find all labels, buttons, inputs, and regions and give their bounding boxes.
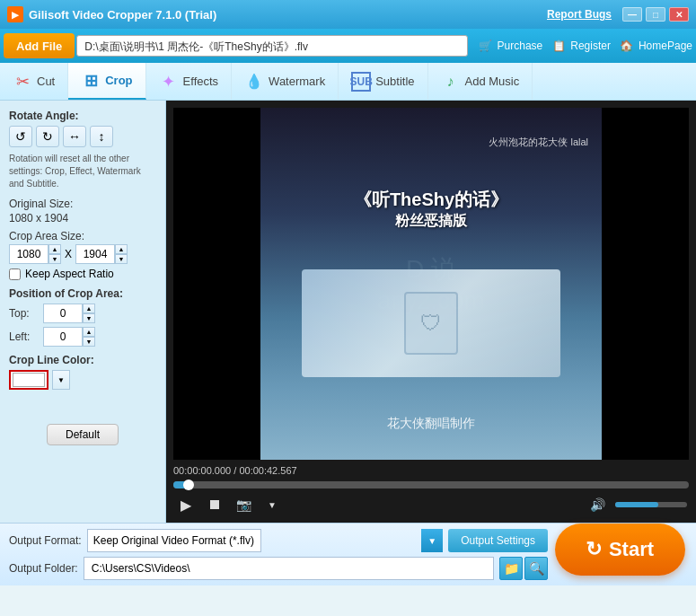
tab-watermark[interactable]: 💧 Watermark [232, 63, 339, 100]
default-button[interactable]: Default [47, 424, 119, 445]
rotate-angle-label: Rotate Angle: [9, 110, 156, 122]
bottom-bar: Output Format: Keep Original Video Forma… [0, 523, 696, 585]
minimize-button[interactable]: — [622, 7, 642, 22]
flip-v-button[interactable]: ↕ [90, 126, 113, 147]
crop-height-up[interactable]: ▲ [115, 244, 128, 254]
original-size-label: Original Size: [9, 198, 156, 210]
crop-area-label: Crop Area Size: [9, 230, 156, 242]
crop-x-label: X [65, 248, 72, 260]
crop-height-arrows: ▲ ▼ [115, 244, 128, 264]
crop-width-up[interactable]: ▲ [48, 244, 61, 254]
position-label: Position of Crop Area: [9, 287, 156, 300]
purchase-action[interactable]: 🛒 Purchase [477, 37, 543, 55]
left-input[interactable]: ▲ ▼ [43, 327, 95, 347]
crop-width-field[interactable] [9, 244, 48, 264]
rotate-buttons: ↺ ↻ ↔ ↕ [9, 126, 156, 147]
register-action[interactable]: 📋 Register [550, 37, 611, 55]
crop-width-down[interactable]: ▼ [48, 254, 61, 264]
top-input[interactable]: ▲ ▼ [43, 304, 95, 323]
crop-size-row: ▲ ▼ X ▲ ▼ [9, 244, 156, 264]
crop-height-field[interactable] [75, 244, 115, 264]
output-folder-row: Output Folder: 📁 🔍 [9, 557, 548, 580]
color-dropdown-button[interactable]: ▼ [52, 370, 70, 390]
mute-button[interactable]: 🔊 [586, 494, 608, 515]
flip-h-button[interactable]: ↔ [63, 126, 86, 147]
report-bugs-link[interactable]: Report Bugs [547, 8, 612, 21]
video-content: 火州泡花的花大侠 lalal 《听TheShy的话》 粉丝恶搞版 D 说anyz… [260, 108, 602, 460]
time-display: 00:00:00.000 / 00:00:42.567 [173, 465, 689, 476]
tab-subtitle-label: Subtitle [375, 75, 414, 88]
add-file-button[interactable]: Add File [4, 33, 75, 58]
tab-addmusic-label: Add Music [465, 75, 520, 88]
watermark-icon: 💧 [244, 72, 264, 92]
video-bottom-text: 花大侠翻唱制作 [387, 416, 475, 432]
tab-crop[interactable]: ⊞ Crop [68, 63, 145, 100]
left-up[interactable]: ▲ [83, 327, 95, 337]
app-icon: ▶ [7, 6, 23, 22]
left-down[interactable]: ▼ [83, 337, 95, 347]
titlebar: ▶ Gilisoft Video Cropper 7.1.0 (Trial) R… [0, 0, 696, 29]
left-arrows: ▲ ▼ [83, 327, 95, 347]
progress-bar[interactable] [173, 481, 689, 488]
select-arrow-icon[interactable]: ▼ [421, 529, 443, 552]
keep-aspect-checkbox[interactable] [9, 268, 21, 280]
volume-slider[interactable] [615, 502, 687, 507]
output-folder-input[interactable] [84, 557, 494, 580]
crop-height-input[interactable]: ▲ ▼ [75, 244, 128, 264]
screenshot-dropdown-button[interactable]: ▼ [261, 494, 283, 515]
color-picker-row: ▼ [9, 370, 156, 390]
browse-folder-button[interactable]: 📁 [499, 557, 523, 580]
maximize-button[interactable]: □ [646, 7, 665, 22]
video-container: 火州泡花的花大侠 lalal 《听TheShy的话》 粉丝恶搞版 D 说anyz… [173, 108, 689, 460]
crop-height-down[interactable]: ▼ [115, 254, 128, 264]
homepage-action[interactable]: 🏠 HomePage [618, 37, 692, 55]
position-section: Position of Crop Area: Top: ▲ ▼ Left: ▲ [9, 287, 156, 347]
color-box[interactable] [9, 370, 48, 390]
color-section: Crop Line Color: ▼ [9, 354, 156, 390]
tab-effects[interactable]: ✦ Effects [146, 63, 233, 100]
left-field[interactable] [43, 327, 83, 347]
rotate-cw-button[interactable]: ↻ [36, 126, 59, 147]
purchase-label: Purchase [498, 40, 543, 52]
search-button[interactable]: 🔍 [524, 557, 548, 580]
crop-width-arrows: ▲ ▼ [48, 244, 61, 264]
tab-crop-label: Crop [105, 74, 132, 87]
top-down[interactable]: ▼ [83, 313, 95, 323]
video-watermark-text: 火州泡花的花大侠 lalal [269, 136, 593, 149]
start-button[interactable]: ↻ Start [555, 524, 685, 576]
toolbar: Add File D:\桌面\说明书\1 周杰伦-《听TheShy的话》.flv… [0, 29, 696, 63]
top-arrows: ▲ ▼ [83, 304, 95, 323]
stop-button[interactable]: ⏹ [204, 494, 225, 515]
output-format-select-wrapper: Keep Original Video Format (*.flv) ▼ [87, 529, 444, 552]
video-subtitle: 粉丝恶搞版 [354, 212, 508, 231]
output-format-select[interactable]: Keep Original Video Format (*.flv) [87, 529, 261, 552]
left-row: Left: ▲ ▼ [9, 327, 156, 347]
volume-fill [615, 502, 658, 507]
top-up[interactable]: ▲ [83, 304, 95, 313]
close-button[interactable]: ✕ [669, 7, 689, 22]
purchase-icon: 🛒 [477, 37, 495, 55]
top-field[interactable] [43, 304, 83, 323]
rotate-ccw-button[interactable]: ↺ [9, 126, 32, 147]
main-content: Rotate Angle: ↺ ↻ ↔ ↕ Rotation will rese… [0, 101, 696, 523]
play-button[interactable]: ▶ [175, 494, 197, 515]
video-bg-right [662, 108, 689, 460]
output-format-row: Output Format: Keep Original Video Forma… [9, 529, 548, 552]
crop-width-input[interactable]: ▲ ▼ [9, 244, 61, 264]
keep-aspect-row: Keep Aspect Ratio [9, 268, 156, 280]
tab-effects-label: Effects [183, 75, 219, 88]
window-controls: — □ ✕ [622, 7, 689, 22]
screenshot-button[interactable]: 📷 [233, 494, 254, 515]
playback-controls: ▶ ⏹ 📷 ▼ 🔊 [173, 494, 689, 515]
output-settings-button[interactable]: Output Settings [448, 529, 548, 552]
progress-handle[interactable] [183, 480, 194, 490]
tab-subtitle[interactable]: SUB Subtitle [339, 63, 427, 100]
crop-icon: ⊞ [81, 71, 101, 91]
register-icon: 📋 [550, 37, 568, 55]
tab-addmusic[interactable]: ♪ Add Music [428, 63, 533, 100]
file-path-display: D:\桌面\说明书\1 周杰伦-《听TheShy的话》.flv [76, 35, 467, 57]
tab-watermark-label: Watermark [269, 75, 325, 88]
start-icon: ↻ [586, 538, 602, 561]
output-folder-label: Output Folder: [9, 562, 78, 575]
tab-cut[interactable]: ✂ Cut [0, 63, 68, 100]
